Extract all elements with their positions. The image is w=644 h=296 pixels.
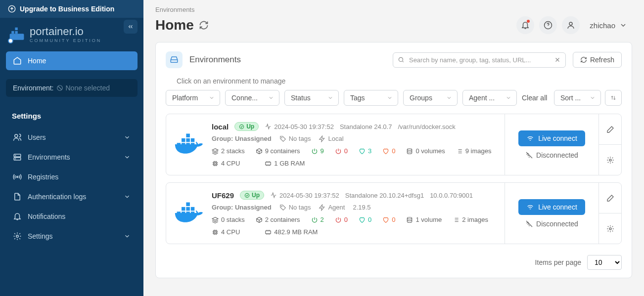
environments-panel: Environments Refresh Click on an environ… xyxy=(155,42,632,278)
heart-icon xyxy=(359,148,366,155)
collapse-sidebar-button[interactable] xyxy=(124,20,138,34)
svg-rect-45 xyxy=(266,231,271,234)
group-label: Group: Unassigned xyxy=(212,204,272,211)
nav-home-label: Home xyxy=(28,57,46,65)
chevron-down-icon xyxy=(124,154,131,161)
endpoint: 10.0.0.70:9001 xyxy=(430,192,473,199)
settings-button[interactable] xyxy=(599,213,621,244)
nav-users[interactable]: Users xyxy=(6,128,138,147)
edit-icon xyxy=(606,194,614,202)
items-per-page-select[interactable]: 10 xyxy=(587,255,622,270)
instruction-text: Click on an environment to manage xyxy=(156,77,632,90)
svg-point-11 xyxy=(15,159,16,159)
edit-button[interactable] xyxy=(599,183,621,213)
nav-home[interactable]: Home xyxy=(6,51,138,70)
clear-search-icon[interactable] xyxy=(554,56,561,63)
activity-icon xyxy=(270,192,277,199)
environment-name: local xyxy=(212,123,229,131)
memory-icon xyxy=(265,229,272,236)
stopped-stat: 0 xyxy=(335,216,348,223)
refresh-icon xyxy=(580,56,587,63)
tags: No tags xyxy=(279,204,311,211)
svg-rect-36 xyxy=(182,207,185,211)
user-avatar[interactable] xyxy=(562,16,580,34)
filter-connection[interactable]: Conne... xyxy=(225,90,279,106)
filter-agent[interactable]: Agent ... xyxy=(462,90,517,106)
chevron-down-icon xyxy=(124,193,131,200)
settings-nav: Users Environments Registries Authentica… xyxy=(0,124,143,251)
help-button[interactable] xyxy=(539,16,557,34)
power-icon xyxy=(335,216,342,223)
svg-rect-30 xyxy=(266,162,271,165)
svg-rect-24 xyxy=(186,133,190,137)
svg-rect-4 xyxy=(15,28,17,30)
unhealthy-stat: 0 xyxy=(382,216,395,223)
sort-direction-button[interactable] xyxy=(605,90,622,106)
edit-button[interactable] xyxy=(599,114,621,144)
arrow-up-circle-icon xyxy=(8,5,16,13)
username: zhichao xyxy=(590,21,615,30)
environment-none: None selected xyxy=(56,84,110,92)
svg-rect-43 xyxy=(214,230,217,234)
help-icon xyxy=(544,21,552,30)
version: Standalone 24.0.7 xyxy=(340,123,392,130)
nav-notifications[interactable]: Notifications xyxy=(6,207,138,226)
wifi-icon xyxy=(526,134,534,142)
memory-icon xyxy=(265,160,272,167)
wifi-icon xyxy=(526,203,534,211)
power-icon xyxy=(311,148,318,155)
nav-registries[interactable]: Registries xyxy=(6,168,138,186)
ram-stat: 482.9 MB RAM xyxy=(265,228,318,236)
filter-tags[interactable]: Tags xyxy=(344,90,398,106)
sort-select[interactable]: Sort ... xyxy=(554,90,601,106)
nav-authentication-logs[interactable]: Authentication logs xyxy=(6,187,138,206)
search-input[interactable] xyxy=(393,52,566,68)
clear-filters[interactable]: Clear all xyxy=(522,94,547,102)
svg-rect-38 xyxy=(191,207,195,211)
activity-icon xyxy=(265,123,272,130)
chevron-down-icon xyxy=(124,233,131,240)
home-icon xyxy=(13,56,22,65)
heartbeat-time: 2024-05-30 19:37:52 xyxy=(270,192,339,199)
unhealthy-stat: 0 xyxy=(382,147,395,155)
power-icon xyxy=(335,148,342,155)
page-title: Home xyxy=(155,17,209,33)
settings-button[interactable] xyxy=(599,144,621,175)
running-stat: 2 xyxy=(311,216,324,223)
images-stat: 2 images xyxy=(453,216,488,223)
status-badge: Up xyxy=(240,191,264,200)
svg-point-27 xyxy=(408,148,412,150)
cpu-icon xyxy=(212,229,219,236)
environment-label: Environment: xyxy=(13,84,53,92)
filter-platform[interactable]: Platform xyxy=(166,90,220,106)
wifi-off-icon xyxy=(525,220,533,228)
settings-header: Settings xyxy=(0,103,143,124)
refresh-icon[interactable] xyxy=(199,20,209,30)
filter-status[interactable]: Status xyxy=(284,90,339,106)
environment-name: UF629 xyxy=(212,191,234,200)
live-connect-button[interactable]: Live connect xyxy=(518,199,585,215)
filter-groups[interactable]: Groups xyxy=(403,90,458,106)
live-connect-button[interactable]: Live connect xyxy=(518,130,585,146)
nav-settings[interactable]: Settings xyxy=(6,227,138,246)
svg-point-12 xyxy=(17,176,18,178)
notifications-button[interactable] xyxy=(516,16,534,34)
connection-state: Disconnected xyxy=(525,151,578,159)
svg-point-7 xyxy=(15,134,18,137)
nav-environments[interactable]: Environments xyxy=(6,148,138,167)
user-icon xyxy=(566,21,575,30)
environment-selector[interactable]: Environment: None selected xyxy=(6,79,138,97)
gear-icon xyxy=(13,232,22,241)
refresh-button[interactable]: Refresh xyxy=(573,52,622,68)
server-icon xyxy=(13,153,22,162)
svg-point-16 xyxy=(399,57,403,61)
environment-card[interactable]: local Up 2024-05-30 19:37:52 Standalone … xyxy=(166,114,622,175)
file-icon xyxy=(13,192,22,201)
chevron-down-icon xyxy=(590,95,596,101)
svg-rect-44 xyxy=(214,231,216,233)
environment-card[interactable]: UF629 Up 2024-05-30 19:37:52 Standalone … xyxy=(166,182,622,244)
upgrade-button[interactable]: Upgrade to Business Edition xyxy=(0,0,143,18)
stacks-stat: 0 stacks xyxy=(212,216,245,223)
user-dropdown[interactable]: zhichao xyxy=(585,21,632,30)
containers-stat: 9 containers xyxy=(256,147,300,155)
